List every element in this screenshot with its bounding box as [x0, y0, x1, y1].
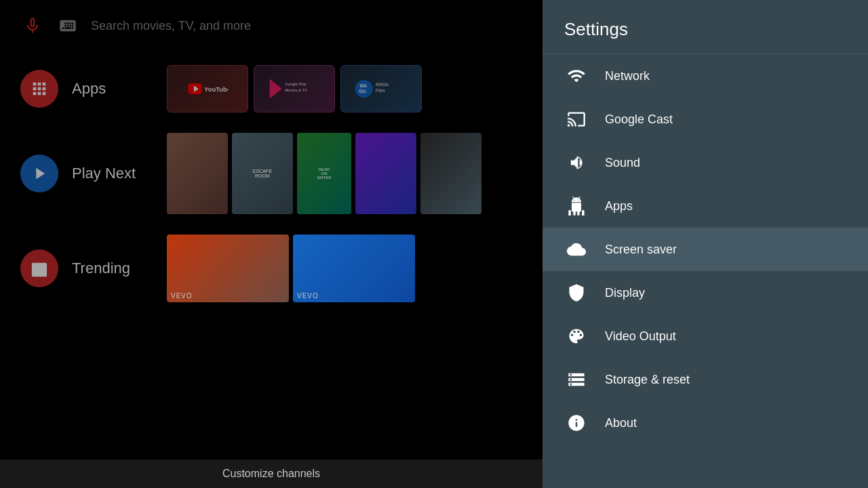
svg-text:MA: MA [360, 83, 367, 88]
settings-item-display[interactable]: Display [542, 271, 868, 314]
google-play-app-thumb[interactable]: Google Play Movies & TV [254, 65, 335, 113]
settings-item-sound[interactable]: Sound [542, 141, 868, 184]
video-output-label: Video Output [605, 329, 676, 344]
about-label: About [605, 416, 637, 430]
storage-label: Storage & reset [605, 373, 690, 387]
movie-thumb-4[interactable] [355, 133, 416, 214]
apps-android-icon [564, 194, 589, 218]
svg-marker-3 [270, 79, 282, 98]
trending-thumbnails: vevo vevo [167, 235, 415, 302]
trending-row-icon[interactable] [20, 249, 58, 287]
screen-saver-label: Screen saver [605, 243, 677, 257]
customize-bar[interactable]: Customize channels [0, 460, 542, 488]
play-next-row: Play Next ESCAPEROOM DEADONWATER [0, 126, 542, 221]
trending-label: Trending [72, 260, 153, 277]
settings-item-about[interactable]: About [542, 401, 868, 445]
display-icon [564, 281, 589, 305]
svg-text:Movies & TV: Movies & TV [285, 88, 307, 92]
video-output-icon [564, 324, 589, 348]
svg-text:Gic: Gic [359, 89, 366, 94]
display-label: Display [605, 286, 645, 300]
movie-thumb-3[interactable]: DEADONWATER [297, 133, 351, 214]
apps-row-icon[interactable] [20, 70, 58, 108]
youtube-app-thumb[interactable]: YouTube [167, 65, 248, 113]
mic-icon[interactable] [20, 14, 45, 38]
trending-thumb-2[interactable]: vevo [293, 235, 415, 302]
movie-thumb-1[interactable] [167, 133, 228, 214]
play-next-row-icon[interactable] [20, 155, 58, 192]
apps-label-setting: Apps [605, 199, 633, 214]
settings-item-screen-saver[interactable]: Screen saver [542, 228, 868, 271]
sound-icon [564, 150, 589, 175]
keyboard-icon[interactable] [56, 14, 80, 38]
about-icon [564, 411, 589, 435]
settings-item-apps[interactable]: Apps [542, 184, 868, 228]
play-next-label: Play Next [72, 165, 153, 182]
storage-icon [564, 367, 589, 392]
play-next-thumbnails: ESCAPEROOM DEADONWATER [167, 133, 481, 214]
vevo-label-1: vevo [171, 292, 193, 300]
network-label: Network [605, 69, 650, 83]
settings-item-video-output[interactable]: Video Output [542, 314, 868, 358]
settings-item-storage[interactable]: Storage & reset [542, 358, 868, 401]
search-placeholder[interactable]: Search movies, TV, and more [91, 19, 522, 33]
settings-title: Settings [564, 19, 846, 40]
cast-icon [564, 107, 589, 131]
network-icon [564, 64, 589, 88]
settings-item-google-cast[interactable]: Google Cast [542, 98, 868, 141]
search-bar: Search movies, TV, and more [0, 0, 542, 52]
svg-text:Google Play: Google Play [285, 82, 307, 86]
settings-item-network[interactable]: Network [542, 54, 868, 98]
apps-label: Apps [72, 80, 153, 98]
movie-thumb-5[interactable] [420, 133, 481, 214]
svg-text:YouTube: YouTube [204, 86, 228, 93]
settings-header: Settings [542, 0, 868, 54]
magic-files-app-thumb[interactable]: MA Gic MAGic Files [340, 65, 422, 113]
screen-saver-icon [564, 237, 589, 262]
svg-text:Files: Files [376, 88, 386, 93]
apps-row: Apps YouTube Google Play Movies & TV [0, 58, 542, 119]
trending-thumb-1[interactable]: vevo [167, 235, 289, 302]
apps-thumbnails: YouTube Google Play Movies & TV MA Gic M… [167, 65, 422, 113]
svg-text:MAGic: MAGic [376, 82, 389, 87]
vevo-label-2: vevo [297, 292, 319, 300]
google-cast-label: Google Cast [605, 113, 673, 127]
customize-label: Customize channels [222, 468, 320, 479]
settings-list: Network Google Cast Sound [542, 54, 868, 488]
settings-panel: Settings Network Google Cast [542, 0, 868, 488]
trending-row: Trending vevo vevo [0, 228, 542, 309]
left-panel: Search movies, TV, and more Apps YouTube… [0, 0, 542, 488]
movie-thumb-2[interactable]: ESCAPEROOM [232, 133, 293, 214]
sound-label: Sound [605, 156, 640, 170]
